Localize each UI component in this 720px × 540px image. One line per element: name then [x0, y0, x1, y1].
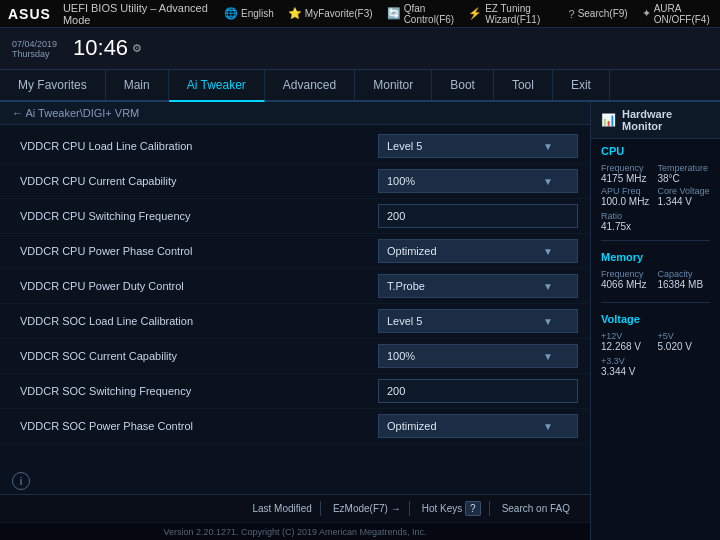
language-icon: 🌐: [224, 7, 238, 20]
vddcr-soc-switching-input[interactable]: [378, 379, 578, 403]
vddcr-cpu-current-dropdown[interactable]: 100% ▼: [378, 169, 578, 193]
setting-label: VDDCR CPU Power Duty Control: [20, 280, 378, 292]
setting-control[interactable]: T.Probe ▼: [378, 274, 578, 298]
voltage-grid: +12V 12.268 V +5V 5.020 V: [601, 331, 710, 352]
mem-capacity-value: 16384 MB: [658, 279, 711, 290]
cpu-section: CPU Frequency 4175 MHz Temperature 38°C …: [591, 139, 720, 236]
vddcr-soc-current-dropdown[interactable]: 100% ▼: [378, 344, 578, 368]
table-row[interactable]: VDDCR SOC Power Phase Control Optimized …: [0, 409, 590, 444]
cpu-apu-freq-block: APU Freq 100.0 MHz: [601, 186, 654, 207]
hardware-monitor-panel: 📊 Hardware Monitor CPU Frequency 4175 MH…: [590, 102, 720, 540]
nav-my-favorites[interactable]: My Favorites: [0, 70, 106, 100]
nav-advanced[interactable]: Advanced: [265, 70, 355, 100]
table-row[interactable]: VDDCR SOC Current Capability 100% ▼: [0, 339, 590, 374]
content-area: ← Ai Tweaker\DIGI+ VRM VDDCR CPU Load Li…: [0, 102, 720, 540]
memory-grid: Frequency 4066 MHz Capacity 16384 MB: [601, 269, 710, 290]
nav-boot[interactable]: Boot: [432, 70, 494, 100]
vddcr-cpu-load-dropdown[interactable]: Level 5 ▼: [378, 134, 578, 158]
vddcr-soc-load-dropdown[interactable]: Level 5 ▼: [378, 309, 578, 333]
mem-capacity-label: Capacity: [658, 269, 711, 279]
search-faq-button[interactable]: Search on FAQ: [494, 501, 578, 516]
setting-control[interactable]: Optimized ▼: [378, 239, 578, 263]
memory-capacity-block: Capacity 16384 MB: [658, 269, 711, 290]
version-text: Version 2.20.1271. Copyright (C) 2019 Am…: [163, 527, 426, 537]
settings-list[interactable]: VDDCR CPU Load Line Calibration Level 5 …: [0, 125, 590, 468]
datetime-bar: 07/04/2019 Thursday 10:46 ⚙: [0, 28, 720, 70]
table-row[interactable]: VDDCR CPU Power Duty Control T.Probe ▼: [0, 269, 590, 304]
search-button[interactable]: ? Search(F9): [569, 8, 628, 20]
chevron-down-icon: ▼: [543, 141, 553, 152]
setting-label: VDDCR CPU Load Line Calibration: [20, 140, 378, 152]
aura-button[interactable]: ✦ AURA ON/OFF(F4): [642, 3, 712, 25]
cpu-freq-value: 4175 MHz: [601, 173, 654, 184]
nav-exit[interactable]: Exit: [553, 70, 610, 100]
chevron-down-icon: ▼: [543, 316, 553, 327]
cpu-section-title: CPU: [601, 145, 710, 157]
memory-section: Memory Frequency 4066 MHz Capacity 16384…: [591, 245, 720, 298]
setting-control[interactable]: 100% ▼: [378, 169, 578, 193]
v12-block: +12V 12.268 V: [601, 331, 654, 352]
cpu-apu-freq-label: APU Freq: [601, 186, 654, 196]
hw-monitor-header: 📊 Hardware Monitor: [591, 102, 720, 139]
vddcr-soc-phase-dropdown[interactable]: Optimized ▼: [378, 414, 578, 438]
info-icon-area: i: [0, 468, 590, 494]
datetime-display: 07/04/2019 Thursday: [12, 39, 57, 59]
setting-control[interactable]: Level 5 ▼: [378, 134, 578, 158]
hw-divider-1: [601, 240, 710, 241]
setting-control[interactable]: Level 5 ▼: [378, 309, 578, 333]
ez-tuning-button[interactable]: ⚡ EZ Tuning Wizard(F11): [468, 3, 554, 25]
nav-monitor[interactable]: Monitor: [355, 70, 432, 100]
time-display: 10:46 ⚙: [73, 36, 142, 60]
nav-ai-tweaker[interactable]: Ai Tweaker: [169, 70, 265, 102]
cpu-apu-freq-value: 100.0 MHz: [601, 196, 654, 207]
cpu-core-voltage-label: Core Voltage: [658, 186, 711, 196]
v12-value: 12.268 V: [601, 341, 654, 352]
top-bar-actions: 🌐 English ⭐ MyFavorite(F3) 🔄 Qfan Contro…: [224, 3, 712, 25]
hot-keys-key-badge: ?: [465, 501, 481, 516]
ez-mode-button[interactable]: EzMode(F7) →: [325, 501, 410, 516]
hot-keys-button[interactable]: Hot Keys ?: [414, 501, 490, 516]
setting-control[interactable]: [378, 379, 578, 403]
time-settings-icon[interactable]: ⚙: [132, 42, 142, 54]
last-modified-button[interactable]: Last Modified: [244, 501, 320, 516]
setting-control[interactable]: [378, 204, 578, 228]
my-favorite-button[interactable]: ⭐ MyFavorite(F3): [288, 7, 373, 20]
main-panel: ← Ai Tweaker\DIGI+ VRM VDDCR CPU Load Li…: [0, 102, 590, 540]
setting-label: VDDCR SOC Current Capability: [20, 350, 378, 362]
nav-tool[interactable]: Tool: [494, 70, 553, 100]
top-bar: ASUS UEFI BIOS Utility – Advanced Mode 🌐…: [0, 0, 720, 28]
cpu-temp-label: Temperature: [658, 163, 711, 173]
qfan-button[interactable]: 🔄 Qfan Control(F6): [387, 3, 455, 25]
nav-bar: My Favorites Main Ai Tweaker Advanced Mo…: [0, 70, 720, 102]
setting-control[interactable]: Optimized ▼: [378, 414, 578, 438]
table-row[interactable]: VDDCR CPU Switching Frequency: [0, 199, 590, 234]
cpu-frequency-block: Frequency 4175 MHz: [601, 163, 654, 184]
cpu-core-voltage-value: 1.344 V: [658, 196, 711, 207]
language-selector[interactable]: 🌐 English: [224, 7, 274, 20]
version-bar: Version 2.20.1271. Copyright (C) 2019 Am…: [0, 522, 590, 540]
v33-value: 3.344 V: [601, 366, 710, 377]
search-icon: ?: [569, 8, 575, 20]
v5-label: +5V: [658, 331, 711, 341]
setting-control[interactable]: 100% ▼: [378, 344, 578, 368]
v12-label: +12V: [601, 331, 654, 341]
v33-block: +3.3V 3.344 V: [601, 356, 710, 377]
vddcr-cpu-duty-dropdown[interactable]: T.Probe ▼: [378, 274, 578, 298]
vddcr-cpu-switching-input[interactable]: [378, 204, 578, 228]
setting-label: VDDCR SOC Switching Frequency: [20, 385, 378, 397]
v5-block: +5V 5.020 V: [658, 331, 711, 352]
table-row[interactable]: VDDCR SOC Switching Frequency: [0, 374, 590, 409]
info-button[interactable]: i: [12, 472, 30, 490]
table-row[interactable]: VDDCR SOC Load Line Calibration Level 5 …: [0, 304, 590, 339]
cpu-core-voltage-block: Core Voltage 1.344 V: [658, 186, 711, 207]
monitor-icon: 📊: [601, 113, 616, 127]
cpu-ratio-value: 41.75x: [601, 221, 710, 232]
table-row[interactable]: VDDCR CPU Current Capability 100% ▼: [0, 164, 590, 199]
hw-divider-2: [601, 302, 710, 303]
table-row[interactable]: VDDCR CPU Power Phase Control Optimized …: [0, 234, 590, 269]
vddcr-cpu-phase-dropdown[interactable]: Optimized ▼: [378, 239, 578, 263]
memory-frequency-block: Frequency 4066 MHz: [601, 269, 654, 290]
setting-label: VDDCR SOC Load Line Calibration: [20, 315, 378, 327]
table-row[interactable]: VDDCR CPU Load Line Calibration Level 5 …: [0, 129, 590, 164]
nav-main[interactable]: Main: [106, 70, 169, 100]
